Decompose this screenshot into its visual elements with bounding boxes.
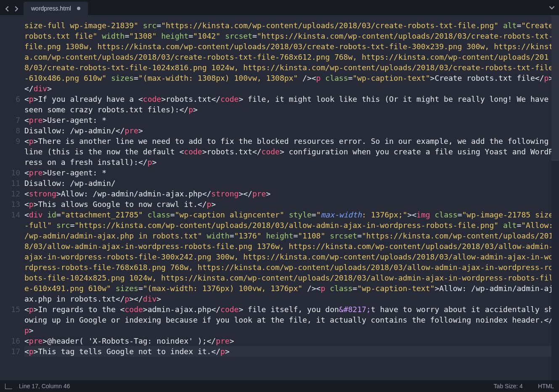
- line-number: [0, 52, 24, 62]
- line-number: [0, 273, 24, 283]
- line-number: [0, 230, 24, 241]
- code-line[interactable]: Disallow: /wp-admin/: [24, 178, 555, 188]
- line-number: [0, 294, 24, 304]
- code-line[interactable]: <div id="attachment_21785" class="wp-cap…: [24, 209, 555, 304]
- line-number: 15: [0, 304, 24, 315]
- code-line[interactable]: <p>This allows Google to now crawl it.</…: [24, 199, 555, 209]
- title-bar: wordpress.html: [0, 0, 559, 15]
- nav-arrows: [0, 0, 24, 15]
- line-number: [0, 315, 24, 325]
- line-number: 12: [0, 188, 24, 199]
- line-number: [0, 325, 24, 336]
- line-number: 11: [0, 178, 24, 188]
- dirty-indicator-icon: [77, 7, 80, 10]
- line-number: [0, 252, 24, 262]
- code-area[interactable]: size-full wp-image-21839" src="https://k…: [24, 15, 559, 380]
- line-number: [0, 83, 24, 94]
- line-number: [0, 146, 24, 157]
- syntax-mode[interactable]: HTML: [538, 383, 554, 389]
- code-line[interactable]: <pre>User-agent: *: [24, 115, 555, 125]
- status-bar: Line 17, Column 46 Tab Size: 4 HTML: [0, 380, 559, 392]
- line-number: [0, 73, 24, 83]
- code-line[interactable]: <p>There is another line we need to add …: [24, 136, 555, 167]
- line-number: 8: [0, 125, 24, 136]
- line-number: [0, 220, 24, 230]
- file-tab[interactable]: wordpress.html: [24, 2, 88, 15]
- line-number: [0, 241, 24, 252]
- line-number: [0, 41, 24, 52]
- line-number: [0, 262, 24, 273]
- code-line[interactable]: <pre>@header( 'X-Robots-Tag: noindex' );…: [24, 336, 555, 346]
- line-number-gutter: 67891011121314151617: [0, 15, 24, 380]
- line-number: 9: [0, 136, 24, 146]
- code-line[interactable]: <p>In regards to the <code>admin-ajax.ph…: [24, 304, 555, 336]
- line-number: [0, 104, 24, 115]
- code-line[interactable]: size-full wp-image-21839" src="https://k…: [24, 20, 555, 94]
- code-line[interactable]: Disallow: /wp-admin/</pre>: [24, 125, 555, 136]
- line-number: [0, 157, 24, 167]
- line-number: [0, 283, 24, 294]
- line-number: 6: [0, 94, 24, 104]
- panel-toggle-icon[interactable]: [5, 384, 12, 389]
- cursor-position[interactable]: Line 17, Column 46: [19, 383, 70, 389]
- line-number: 7: [0, 115, 24, 125]
- nav-back-icon[interactable]: [4, 5, 10, 11]
- tab-overflow-button[interactable]: [549, 0, 555, 15]
- code-line[interactable]: <p>If you already have a <code>robots.tx…: [24, 94, 555, 115]
- tab-size[interactable]: Tab Size: 4: [494, 383, 523, 389]
- minimap[interactable]: [551, 15, 559, 380]
- file-tab-label: wordpress.html: [31, 5, 71, 12]
- line-number: 14: [0, 209, 24, 220]
- editor[interactable]: 67891011121314151617 size-full wp-image-…: [0, 15, 559, 380]
- line-number: [0, 62, 24, 73]
- nav-forward-icon[interactable]: [13, 5, 19, 11]
- line-number: [0, 31, 24, 41]
- line-number: 16: [0, 336, 24, 346]
- code-line[interactable]: <strong>Allow: /wp-admin/admin-ajax.php<…: [24, 188, 555, 199]
- line-number: 10: [0, 167, 24, 178]
- line-number: [0, 20, 24, 31]
- minimap-viewport[interactable]: [551, 15, 559, 161]
- code-line[interactable]: <p>This tag tells Google not to index it…: [24, 346, 555, 357]
- code-line[interactable]: <pre>User-agent: *: [24, 167, 555, 178]
- line-number: 17: [0, 346, 24, 357]
- line-number: 13: [0, 199, 24, 209]
